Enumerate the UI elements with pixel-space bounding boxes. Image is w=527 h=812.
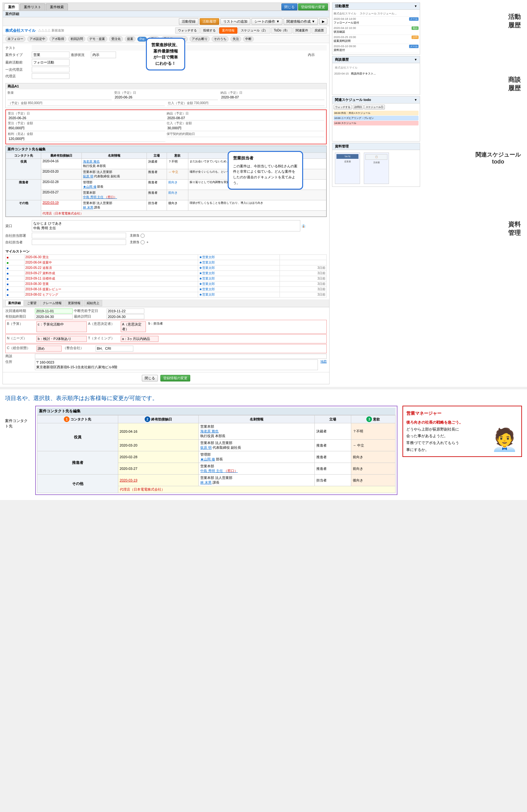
col-last-contact: 最終有効接触日	[41, 153, 82, 159]
sheet-operation-button[interactable]: シートの操作 ▼	[251, 18, 282, 25]
tab-case-detail[interactable]: 案件詳細	[5, 300, 24, 306]
status-order-process[interactable]: 受注化	[109, 36, 123, 42]
status-mifollowup[interactable]: 未フォロー	[5, 36, 26, 42]
a-value[interactable]: A（意思決定者）	[121, 321, 146, 332]
tab-claim[interactable]: クレーム情報	[40, 300, 64, 306]
next-contact-value[interactable]: 2019-11-01	[35, 308, 73, 314]
tab-case-list[interactable]: 案件リスト	[20, 3, 45, 10]
bullet-blue-5: ■	[6, 288, 9, 291]
order-date-value[interactable]: 2020-06-26	[114, 95, 218, 100]
bottom-grid: 案件コンタクト先 案件コンタクト先を編集 1 コンタクト先	[5, 406, 522, 495]
watch-btn-schedule[interactable]: ウォッチする	[334, 105, 352, 110]
back-button[interactable]: 戻績票	[312, 27, 327, 34]
status-first-visit[interactable]: 初回訪問	[68, 36, 85, 42]
action-bar: 活動登録 活動履歴 リストへの追加 シートの操作 ▼ 関連情報の作成 ▼ ▶	[3, 17, 329, 26]
jisha-value[interactable]	[32, 233, 126, 238]
visit-btn-schedule[interactable]: 訪問日	[353, 105, 364, 110]
shodan-value[interactable]	[35, 354, 327, 359]
activity-register-button[interactable]: 活動登録	[179, 18, 199, 25]
act-date-2: 2020-04-10 10:30	[334, 26, 356, 30]
activity-history-panel: 活動履歴 ▼ 株式会社スマイル スケジュール スケジュール... 2020-04…	[332, 2, 420, 55]
status-demo[interactable]: デモ・提案	[87, 36, 107, 42]
tab-request[interactable]: ご要望	[24, 300, 39, 306]
company-name[interactable]: 株式会社スマイル	[5, 28, 35, 33]
status-apo-setting[interactable]: アポ設定中	[27, 36, 47, 42]
delivery-label: 納品（予定）日	[220, 90, 324, 95]
hl-profit-value[interactable]: 120,000円	[8, 136, 165, 142]
tab-case-search[interactable]: 案件検索	[46, 3, 68, 10]
hl-delivery-label: 納品（予定）日	[167, 111, 324, 116]
a-label: A（意思決定者）	[88, 321, 119, 332]
map-link[interactable]: 地図	[320, 360, 327, 370]
badge-2: 2	[145, 416, 150, 422]
channel-value[interactable]	[32, 67, 70, 72]
shodan-title: 商談履歴	[335, 57, 349, 62]
status-value[interactable]: 内示	[91, 52, 116, 58]
status-sonouchi[interactable]: そのうち	[211, 36, 229, 42]
watch-button[interactable]: ウォッチする	[175, 27, 200, 34]
status-lost[interactable]: 失注	[231, 36, 241, 42]
n-value[interactable]: b：検討・PJ体制あり	[36, 336, 87, 342]
add-to-list-button[interactable]: リストへの追加	[220, 18, 250, 25]
save-bottom-button[interactable]: 登録情報の変更	[160, 375, 190, 381]
b-label: B（予算）	[7, 321, 35, 332]
c-value[interactable]: 諦め	[36, 346, 62, 352]
related-button[interactable]: 関連案件	[293, 27, 311, 34]
b-col-will-label: 意欲	[373, 417, 380, 421]
b-will-4: 前向き	[351, 463, 395, 475]
bullet-green: ■	[6, 261, 9, 264]
date-4: 2020-03-27	[41, 190, 82, 200]
activity-history-content: 株式会社スマイル スケジュール スケジュール... 2020-04-18 14:…	[332, 10, 420, 54]
delivery-value[interactable]: 2020-08-07	[220, 95, 324, 100]
tab-case[interactable]: 案件	[4, 3, 19, 10]
hl-delivery-value[interactable]: 2020-08-07	[167, 116, 324, 120]
hl-purchase-value[interactable]: 30,000円	[167, 126, 324, 131]
post-button[interactable]: 投稿する	[200, 27, 219, 34]
case-type-value[interactable]: 営業	[32, 52, 70, 58]
create-related-button[interactable]: 関連情報の作成 ▼	[283, 18, 318, 25]
tab-update[interactable]: 更新情報	[65, 300, 83, 306]
hl-contract-value[interactable]	[167, 136, 324, 137]
activity-filter: 株式会社スマイル スケジュール スケジュール...	[334, 11, 419, 17]
address-value[interactable]: 〒160-0023 東京都新宿区西新宿6-15-1住友社銀行八家地ビル9階	[35, 360, 318, 370]
close-button[interactable]: 閉じる	[281, 3, 297, 10]
activity-history-button[interactable]: 活動履歴	[200, 18, 219, 25]
close-bottom-button[interactable]: 閉じる	[142, 375, 158, 381]
schedule-button[interactable]: スケジュール（2）	[238, 27, 271, 34]
b-card-5: 営業本部 法人営業部林 末男 課長	[199, 475, 315, 486]
sales-value[interactable]: なかじま ひであき 中島 秀明 主任	[32, 220, 300, 231]
doc-thumb-2[interactable]: 📋 見積書	[364, 153, 389, 184]
b-value[interactable]: c：予算化活動中	[36, 321, 87, 332]
radio-main[interactable]	[141, 234, 145, 238]
t-value[interactable]: a：3ヶ月以内納品	[121, 336, 159, 342]
apo-btn-schedule[interactable]: スケジュール①	[364, 105, 385, 110]
tab-sales[interactable]: 紹結売上	[84, 300, 102, 306]
agent-value[interactable]	[32, 73, 70, 79]
save-button[interactable]: 登録情報の変更	[298, 3, 328, 10]
last-visit-value[interactable]: 2020-04-30	[107, 314, 144, 319]
s-value[interactable]: BH、CRI	[96, 346, 133, 352]
status-apo-reject[interactable]: アポお断り	[190, 36, 210, 42]
last-activity-value[interactable]: フォロー活動	[32, 59, 70, 66]
col-card: 名刺情報	[82, 153, 147, 159]
hl-order-amount-value[interactable]: 850,000円	[8, 126, 165, 131]
todo-button[interactable]: ToDo（8）	[271, 27, 292, 34]
doc-thumb-1[interactable]: TArTE 提案書	[335, 153, 360, 184]
hl-order-date-value[interactable]: 2020-06-26	[8, 116, 165, 120]
status-pre[interactable]: Pre	[137, 37, 147, 42]
jisha-tanto-value[interactable]	[32, 239, 126, 245]
more-button[interactable]: ▶	[319, 18, 327, 25]
qty-value[interactable]	[8, 95, 112, 100]
milestone-row: ■ 2019-08-30 営業 ★営業太郎 3日前	[6, 281, 327, 287]
status-proposal[interactable]: 提案	[125, 36, 135, 42]
case-info-button[interactable]: 案件情報	[219, 27, 237, 34]
note-4	[188, 190, 326, 200]
ms-days-7: 3日前	[280, 287, 327, 292]
annotation-shodan: 商談履歴	[508, 75, 521, 92]
status-apo-get[interactable]: アポ取得	[49, 36, 67, 42]
annotation-label-schedule: 関連スケジュールtodo	[475, 151, 521, 165]
valid-to-value[interactable]: 2020-04-30	[35, 314, 73, 319]
radio-main2[interactable]	[141, 240, 145, 244]
status-suspend[interactable]: 中断	[243, 36, 254, 42]
middle-close-value[interactable]: 2019-11-22	[107, 308, 144, 314]
